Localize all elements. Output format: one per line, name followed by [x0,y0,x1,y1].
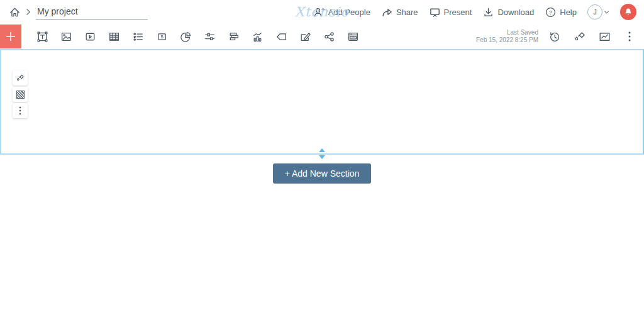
text-icon [36,30,49,43]
pie-chart-icon [179,30,192,43]
help-label: Help [560,8,577,17]
url-icon: URL [347,30,360,43]
insert-table-button[interactable] [102,25,126,48]
add-new-section-button[interactable]: + Add New Section [273,163,372,184]
add-person-icon [313,6,325,18]
document-section[interactable] [0,49,644,155]
history-icon [547,30,562,44]
insert-url-button[interactable]: URL [341,25,365,48]
share-button[interactable]: Share [381,6,418,18]
present-screen-icon [429,6,441,18]
help-button[interactable]: ? Help [545,6,577,18]
background-pattern-icon [16,91,25,99]
insert-button-button[interactable]: B [150,25,174,48]
share-label: Share [396,8,418,17]
button-icon: B [155,30,169,43]
insert-stat-chart-button[interactable] [245,25,269,48]
table-icon [108,30,121,43]
insert-text-button[interactable] [30,25,54,48]
form-icon [299,30,312,43]
download-icon [482,6,494,18]
image-icon [60,30,73,43]
svg-text:URL: URL [350,36,355,39]
bar-chart-icon [227,30,240,43]
list-icon [131,30,145,43]
sliders-icon [203,30,216,43]
notifications-button[interactable] [620,4,636,20]
section-resize-handle[interactable] [319,148,325,159]
chevron-down-icon [604,9,609,15]
resize-down-arrow-icon [319,155,325,159]
stat-chart-icon [251,30,264,43]
plus-icon [4,30,17,43]
insert-embed-button[interactable] [317,25,341,48]
insert-list-button[interactable] [126,25,150,48]
more-options-button[interactable] [620,26,639,47]
add-people-button[interactable]: Add People [313,6,370,18]
insert-tools: B [30,25,365,48]
insert-sliders-button[interactable] [197,25,221,48]
version-history-button[interactable] [545,26,564,47]
tag-icon [275,30,288,43]
svg-text:B: B [160,35,163,39]
section-options-button[interactable] [13,103,28,118]
download-label: Download [497,8,534,17]
breadcrumb [9,4,148,19]
share-arrow-icon [381,6,393,18]
last-saved-time: Feb 15, 2022 8:25 PM [476,36,538,44]
style-button[interactable] [570,26,589,47]
section-background-button[interactable] [13,87,28,102]
bell-icon [624,8,633,16]
analytics-button[interactable] [595,26,614,47]
project-title-input[interactable] [36,4,148,19]
insert-image-button[interactable] [54,25,78,48]
kebab-menu-icon [623,30,636,43]
add-people-label: Add People [328,8,370,17]
video-icon [84,30,97,43]
resize-up-arrow-icon [319,148,325,152]
avatar[interactable]: J [587,4,602,19]
section-style-button[interactable] [13,70,28,86]
paint-style-icon [572,30,587,44]
account-menu[interactable]: J [587,4,609,19]
home-icon[interactable] [9,6,21,18]
download-button[interactable]: Download [482,6,534,18]
insert-form-button[interactable] [293,25,317,48]
chevron-right-icon [25,8,32,16]
insert-toolbar: B [0,24,644,49]
share-nodes-icon [323,30,336,43]
present-button[interactable]: Present [429,6,472,18]
section-toolbar [13,70,28,119]
svg-text:?: ? [549,9,552,15]
present-label: Present [444,8,472,17]
insert-tag-button[interactable] [269,25,293,48]
dots-vertical-icon [16,106,25,116]
insert-bar-chart-button[interactable] [221,25,245,48]
help-question-icon: ? [545,6,557,18]
analytics-chart-icon [597,30,612,44]
top-header: Xtensio Add People Share [0,0,644,24]
insert-video-button[interactable] [78,25,102,48]
last-saved-status: Last Saved Feb 15, 2022 8:25 PM [476,29,538,44]
paint-style-icon [15,73,25,83]
last-saved-label: Last Saved [476,29,538,36]
insert-pie-chart-button[interactable] [174,25,197,48]
add-module-button[interactable] [0,25,21,48]
